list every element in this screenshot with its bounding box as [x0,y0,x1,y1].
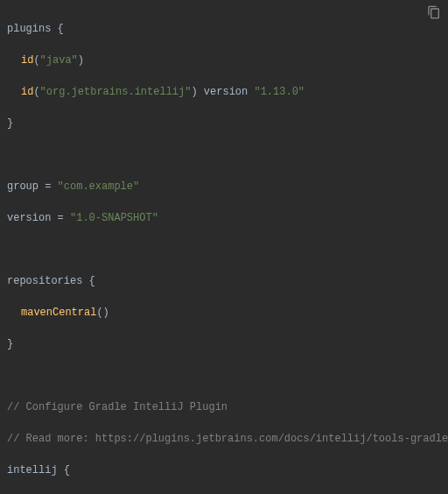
blank-line [7,147,441,163]
code-line: repositories { [7,273,441,289]
code-line: intellij { [7,462,441,478]
code-line: version = "1.0-SNAPSHOT" [7,210,441,226]
code-block: plugins { id("java") id("org.jetbrains.i… [0,0,448,494]
code-line: mavenCentral() [7,305,441,321]
code-line: } [7,116,441,131]
fn-id: id [21,54,33,67]
code-line: id("java") [7,53,441,68]
code-line: // Configure Gradle IntelliJ Plugin [7,399,441,415]
blank-line [7,242,441,258]
fn-id: id [21,86,33,98]
comment: // Read more: https://plugins.jetbrains.… [7,433,448,445]
code-line: id("org.jetbrains.intellij") version "1.… [7,84,441,100]
code-line: group = "com.example" [7,179,441,194]
code-line: plugins { [7,21,441,37]
keyword-repositories: repositories [7,275,82,287]
copy-icon[interactable] [427,5,441,19]
code-line: } [7,336,441,352]
keyword-intellij: intellij [7,464,58,476]
fn-mavencentral: mavenCentral [21,307,96,319]
comment: // Configure Gradle IntelliJ Plugin [7,401,228,413]
keyword-plugins: plugins [7,23,51,35]
blank-line [7,368,441,384]
code-line: // Read more: https://plugins.jetbrains.… [7,431,441,447]
